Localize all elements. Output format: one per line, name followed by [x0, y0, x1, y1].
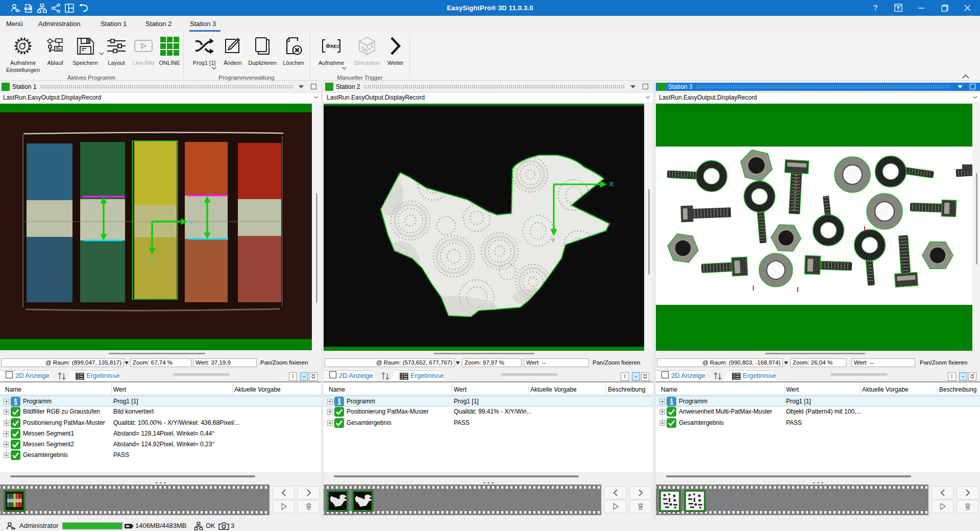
- svg-text:REC: REC: [330, 43, 340, 49]
- svg-text:X: X: [609, 181, 614, 188]
- svg-text:Y: Y: [551, 237, 555, 244]
- svg-text:x: x: [189, 218, 193, 226]
- svg-text:Y: Y: [149, 258, 154, 266]
